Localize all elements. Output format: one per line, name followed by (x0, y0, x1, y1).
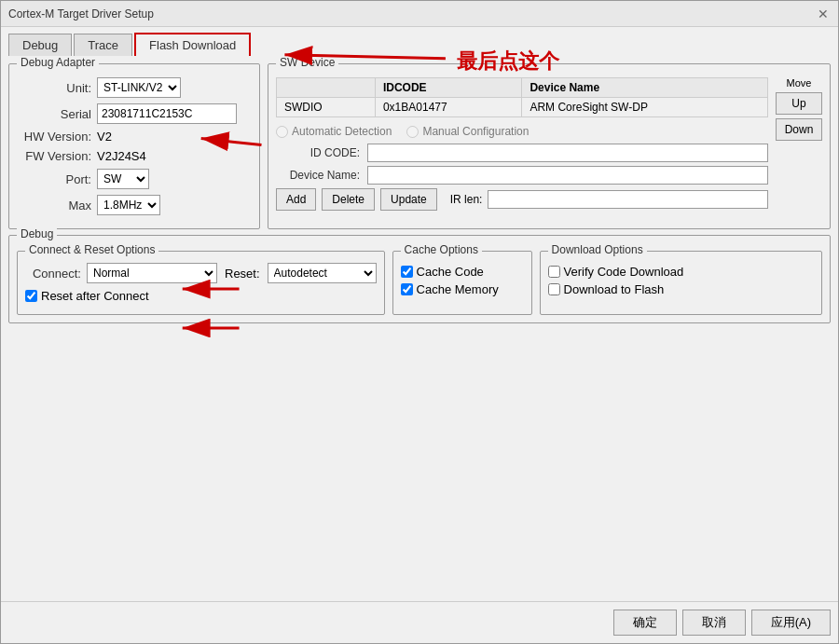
confirm-button[interactable]: 确定 (613, 610, 677, 636)
unit-select[interactable]: ST-LINK/V2 (97, 77, 181, 98)
debug-adapter-group: Debug Adapter Unit: ST-LINK/V2 Serial HW… (8, 63, 260, 229)
verify-code-checkbox[interactable] (548, 266, 560, 278)
update-button[interactable]: Update (380, 188, 437, 211)
cell-idcode: 0x1BA01477 (375, 98, 521, 117)
detection-radio-group: Automatic Detection Manual Configuration (276, 125, 768, 138)
sw-device-main: IDCODE Device Name SWDIO 0x1BA01477 ARM … (276, 77, 768, 211)
sw-device-content: IDCODE Device Name SWDIO 0x1BA01477 ARM … (276, 77, 822, 211)
device-name-input[interactable] (367, 166, 768, 185)
apply-button[interactable]: 应用(A) (751, 610, 831, 636)
fw-version-value: V2J24S4 (97, 149, 146, 163)
delete-button[interactable]: Delete (322, 188, 375, 211)
move-label: Move (776, 77, 822, 89)
connect-reset-group: Connect & Reset Options Connect: Normal … (17, 251, 385, 315)
max-row: Max 1.8MHz 3.6MHz 7.2MHz (17, 195, 252, 215)
id-code-label: ID CODE: (276, 146, 360, 159)
connect-reset-title: Connect & Reset Options (25, 243, 158, 256)
debug-section: Debug Connect & Reset Options Connect: N… (8, 235, 831, 323)
tab-trace[interactable]: Trace (74, 34, 132, 56)
cache-code-label: Cache Code (417, 265, 484, 279)
main-window: 最后点这个 Cortex-M Target Driver Setup ✕ Deb… (0, 0, 839, 644)
unit-row: Unit: ST-LINK/V2 (17, 77, 252, 98)
hw-version-label: HW Version: (17, 130, 91, 144)
port-label: Port: (17, 172, 91, 186)
cache-memory-label: Cache Memory (417, 282, 499, 296)
sw-device-move: Move Up Down (776, 77, 822, 211)
reset-after-connect-label: Reset after Connect (41, 289, 149, 303)
cache-memory-checkbox[interactable] (401, 283, 413, 295)
ir-len-input[interactable] (488, 190, 768, 209)
window-title: Cortex-M Target Driver Setup (8, 7, 154, 21)
serial-row: Serial (17, 103, 252, 124)
title-bar: Cortex-M Target Driver Setup ✕ (1, 1, 838, 27)
sw-device-group: SW Device IDCODE Device Name (268, 63, 831, 229)
max-label: Max (17, 199, 91, 212)
tab-debug[interactable]: Debug (8, 34, 72, 56)
cache-options-group: Cache Options Cache Code Cache Memory (392, 251, 532, 315)
auto-detect-radio[interactable]: Automatic Detection (276, 125, 392, 138)
serial-input[interactable] (97, 103, 237, 124)
tab-flash-download[interactable]: Flash Download (134, 33, 251, 56)
reset-after-connect-checkbox[interactable] (25, 290, 37, 302)
footer: 确定 取消 应用(A) (1, 601, 838, 643)
debug-group-title: Debug (17, 227, 57, 240)
manual-config-label: Manual Configuration (422, 125, 529, 138)
download-to-flash-label: Download to Flash (564, 282, 665, 296)
top-section: Debug Adapter Unit: ST-LINK/V2 Serial HW… (8, 63, 831, 229)
serial-label: Serial (17, 107, 91, 121)
fw-version-row: FW Version: V2J24S4 (17, 149, 252, 163)
verify-code-row: Verify Code Download (548, 265, 814, 279)
port-row: Port: SW JTAG (17, 169, 252, 189)
verify-code-label: Verify Code Download (564, 265, 684, 279)
auto-detect-label: Automatic Detection (292, 125, 392, 138)
cache-options-title: Cache Options (401, 243, 482, 256)
debug-inner: Connect & Reset Options Connect: Normal … (17, 243, 822, 315)
device-name-row: Device Name: (276, 166, 768, 185)
cancel-button[interactable]: 取消 (682, 610, 746, 636)
table-row: SWDIO 0x1BA01477 ARM CoreSight SW-DP (277, 98, 768, 117)
col-header-device-name: Device Name (522, 78, 768, 98)
download-options-title: Download Options (548, 243, 647, 256)
cell-swdio: SWDIO (277, 98, 376, 117)
fw-version-label: FW Version: (17, 149, 91, 163)
hw-version-value: V2 (97, 130, 112, 144)
add-button[interactable]: Add (276, 188, 316, 211)
connect-row: Connect: Normal Connect under Reset Rese… (25, 263, 377, 283)
tab-bar: Debug Trace Flash Download (1, 27, 838, 56)
move-up-button[interactable]: Up (776, 92, 822, 115)
debug-adapter-title: Debug Adapter (17, 56, 99, 69)
connect-label: Connect: (25, 267, 81, 281)
debug-group: Debug Connect & Reset Options Connect: N… (8, 235, 831, 323)
move-down-button[interactable]: Down (776, 118, 822, 141)
reset-label: Reset: (225, 267, 260, 281)
close-button[interactable]: ✕ (816, 7, 831, 21)
cache-memory-row: Cache Memory (401, 282, 524, 296)
ir-len-label: IR len: (450, 193, 483, 206)
download-to-flash-row: Download to Flash (548, 282, 814, 296)
reset-after-connect-row: Reset after Connect (25, 289, 377, 303)
download-to-flash-checkbox[interactable] (548, 283, 560, 295)
cell-device-name: ARM CoreSight SW-DP (522, 98, 768, 117)
manual-config-radio[interactable]: Manual Configuration (406, 125, 529, 138)
hw-version-row: HW Version: V2 (17, 130, 252, 144)
download-options-group: Download Options Verify Code Download Do… (540, 251, 822, 315)
port-select[interactable]: SW JTAG (97, 169, 149, 189)
reset-select[interactable]: Autodetect SYSRESETREQ VECTRESET (268, 263, 377, 283)
cache-code-row: Cache Code (401, 265, 524, 279)
connect-select[interactable]: Normal Connect under Reset (87, 263, 217, 283)
col-header-idcode: IDCODE (375, 78, 521, 98)
sw-table: IDCODE Device Name SWDIO 0x1BA01477 ARM … (276, 77, 768, 117)
content-area: Debug Adapter Unit: ST-LINK/V2 Serial HW… (1, 56, 838, 601)
sw-device-title: SW Device (276, 56, 338, 69)
unit-label: Unit: (17, 81, 91, 95)
id-code-row: ID CODE: (276, 144, 768, 162)
device-name-label: Device Name: (276, 169, 360, 182)
action-row: Add Delete Update IR len: (276, 188, 768, 211)
id-code-input[interactable] (367, 144, 768, 162)
max-select[interactable]: 1.8MHz 3.6MHz 7.2MHz (97, 195, 160, 215)
cache-code-checkbox[interactable] (401, 266, 413, 278)
col-header-empty (277, 78, 376, 98)
